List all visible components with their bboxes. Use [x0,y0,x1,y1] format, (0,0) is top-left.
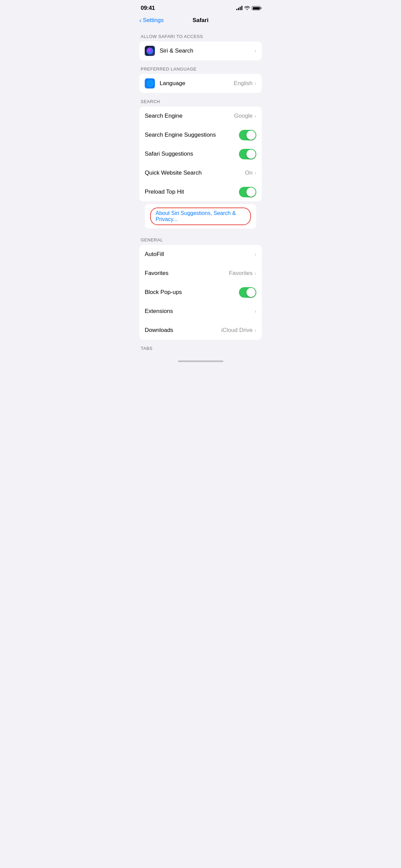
search-engine-row[interactable]: Search Engine Google › [139,106,262,125]
siri-icon [145,46,155,56]
search-engine-label: Search Engine [145,113,234,119]
section-label-general: GENERAL [134,231,267,245]
language-label: Language [160,80,234,87]
language-row[interactable]: 🌐 Language English › [139,74,262,93]
wifi-icon [244,5,250,11]
status-time: 09:41 [141,5,155,12]
preload-top-hit-row[interactable]: Preload Top Hit [139,182,262,201]
home-bar [178,360,223,362]
safari-suggestions-row[interactable]: Safari Suggestions [139,144,262,163]
battery-icon [252,6,260,10]
favorites-label: Favorites [145,270,229,277]
extensions-row[interactable]: Extensions › [139,302,262,321]
autofill-row[interactable]: AutoFill › [139,245,262,264]
block-popups-row[interactable]: Block Pop-ups [139,283,262,302]
siri-search-row[interactable]: Siri & Search › [139,41,262,60]
search-engine-suggestions-toggle[interactable] [239,130,256,140]
favorites-row[interactable]: Favorites Favorites › [139,264,262,283]
downloads-label: Downloads [145,327,221,334]
downloads-value: iCloud Drive [221,327,253,334]
about-siri-link-text: About Siri Suggestions, Search & Privacy… [156,210,236,222]
section-label-preferred-language: PREFERRED LANGUAGE [134,60,267,74]
search-engine-value: Google [234,113,253,119]
signal-bars-icon [236,6,242,10]
quick-website-search-row[interactable]: Quick Website Search On › [139,163,262,182]
status-bar: 09:41 [134,0,267,14]
favorites-chevron-icon: › [255,271,256,276]
autofill-chevron-icon: › [255,252,256,257]
about-siri-link-highlight: About Siri Suggestions, Search & Privacy… [150,208,251,225]
quick-website-search-label: Quick Website Search [145,170,245,176]
search-group: Search Engine Google › Search Engine Sug… [139,106,262,201]
back-label: Settings [143,17,163,24]
safari-suggestions-toggle[interactable] [239,149,256,159]
home-indicator [134,358,267,363]
extensions-label: Extensions [145,308,254,315]
language-chevron-icon: › [255,81,256,86]
nav-header: ‹ Settings Safari [134,14,267,28]
preload-top-hit-label: Preload Top Hit [145,189,239,195]
search-engine-chevron-icon: › [255,113,256,119]
quick-website-search-value: On [245,170,253,176]
status-icons [236,5,260,11]
section-label-allow-access: ALLOW SAFARI TO ACCESS [134,28,267,41]
toggle-knob [246,131,256,140]
toggle-knob [246,288,256,297]
back-button[interactable]: ‹ Settings [139,17,164,24]
preferred-language-group: 🌐 Language English › [139,74,262,93]
downloads-chevron-icon: › [255,328,256,333]
block-popups-label: Block Pop-ups [145,289,239,296]
search-engine-suggestions-label: Search Engine Suggestions [145,132,239,138]
autofill-label: AutoFill [145,251,254,258]
back-chevron-icon: ‹ [139,17,141,24]
language-globe-icon: 🌐 [145,78,155,88]
preload-top-hit-toggle[interactable] [239,187,256,197]
safari-suggestions-label: Safari Suggestions [145,151,239,157]
section-label-search: SEARCH [134,93,267,106]
quick-website-search-chevron-icon: › [255,170,256,176]
search-engine-suggestions-row[interactable]: Search Engine Suggestions [139,125,262,144]
siri-search-chevron-icon: › [255,48,256,54]
toggle-knob [246,150,256,159]
toggle-knob [246,188,256,197]
general-group: AutoFill › Favorites Favorites › Block P… [139,245,262,340]
language-value: English [234,80,253,87]
about-siri-link-container: About Siri Suggestions, Search & Privacy… [139,204,262,229]
page-title: Safari [193,17,208,24]
downloads-row[interactable]: Downloads iCloud Drive › [139,321,262,340]
section-label-tabs: TABS [134,340,267,358]
block-popups-toggle[interactable] [239,287,256,298]
favorites-value: Favorites [229,270,253,277]
about-siri-link-row[interactable]: About Siri Suggestions, Search & Privacy… [145,204,256,229]
extensions-chevron-icon: › [255,309,256,314]
allow-access-group: Siri & Search › [139,41,262,60]
siri-search-label: Siri & Search [160,47,254,54]
